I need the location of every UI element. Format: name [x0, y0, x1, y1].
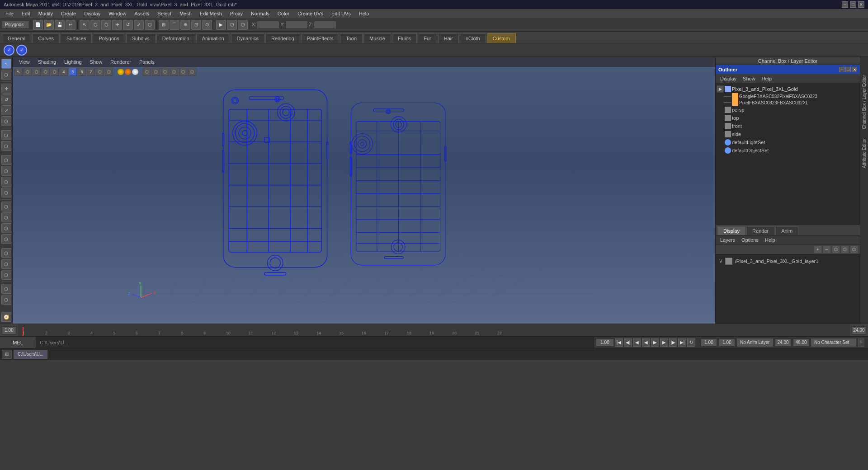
attribute-editor-edge-tab[interactable]: Attribute Editor: [862, 138, 867, 168]
misc2-btn[interactable]: ⬡: [1, 295, 11, 305]
tab-general[interactable]: General: [2, 33, 31, 43]
rotate-tool-btn[interactable]: ↺: [1, 94, 11, 104]
tab-rendering[interactable]: Rendering: [265, 33, 300, 43]
step-fwd-btn[interactable]: ▶: [660, 338, 668, 347]
vp-disp1-btn[interactable]: ⬡: [51, 68, 59, 76]
new-scene-btn[interactable]: 📄: [33, 20, 43, 30]
tab-hair[interactable]: Hair: [438, 33, 459, 43]
anim-frame-input[interactable]: [719, 338, 735, 347]
menu-modify[interactable]: Modify: [35, 10, 57, 17]
snap-live-btn[interactable]: ⊙: [202, 20, 212, 30]
range-end-input[interactable]: [852, 326, 866, 334]
show-hide-btn[interactable]: ⬡: [1, 166, 11, 176]
viewport-menu-shading[interactable]: Shading: [34, 58, 60, 66]
disp-render-btn[interactable]: ⬡: [238, 20, 248, 30]
smooth-btn[interactable]: ⬡: [1, 234, 11, 244]
vp-light2-btn[interactable]: [125, 69, 131, 75]
x-input[interactable]: [257, 21, 279, 29]
uvmap-btn[interactable]: ⬡: [1, 223, 11, 233]
menu-edit-uvs[interactable]: Edit UVs: [328, 10, 354, 17]
vertex-btn[interactable]: ⬡: [1, 248, 11, 258]
tab-curves[interactable]: Curves: [32, 33, 60, 43]
tab-subdivs[interactable]: Subdivs: [126, 33, 156, 43]
menu-edit[interactable]: Edit: [18, 10, 34, 17]
blue-circle-2[interactable]: ✓: [16, 45, 27, 56]
play-fwd-btn[interactable]: ▶: [651, 338, 659, 347]
outliner-row-2[interactable]: GoogleFBXASC032PixelFBXASC0323: [716, 93, 860, 99]
snap-grid-btn[interactable]: ⊞: [159, 20, 169, 30]
tab-surfaces[interactable]: Surfaces: [61, 33, 92, 43]
anim-alt-input[interactable]: [793, 338, 809, 347]
close-button[interactable]: ✕: [858, 1, 864, 8]
menu-display[interactable]: Display: [80, 10, 104, 17]
menu-create-uvs[interactable]: Create UVs: [294, 10, 327, 17]
vp-light1-btn[interactable]: [118, 69, 124, 75]
vp-xray-btn[interactable]: ⬡: [188, 68, 196, 76]
paint-tool-btn[interactable]: ⬡: [1, 70, 11, 80]
maximize-button[interactable]: □: [850, 1, 856, 8]
outliner-row-persp[interactable]: persp: [716, 106, 860, 114]
tab-polygons[interactable]: Polygons: [93, 33, 125, 43]
menu-color[interactable]: Color: [274, 10, 293, 17]
crease-btn[interactable]: ⬡: [1, 202, 11, 212]
next-key-btn[interactable]: |▶: [669, 338, 677, 347]
vp-light-btn[interactable]: ⬡: [96, 68, 104, 76]
snap-curve-btn[interactable]: ⌒: [170, 20, 179, 30]
menu-normals[interactable]: Normals: [247, 10, 273, 17]
menu-file[interactable]: File: [2, 10, 17, 17]
outliner-row-3[interactable]: PixelFBXASC0323FBXASC032XL: [716, 99, 860, 106]
play-back-btn[interactable]: ◀: [642, 338, 650, 347]
open-btn[interactable]: 📂: [44, 20, 54, 30]
script-input-area[interactable]: C:\Users\U...: [36, 337, 594, 348]
layer-menu-layers[interactable]: Layers: [717, 236, 738, 244]
vp-light3-btn[interactable]: [132, 69, 138, 75]
start-btn[interactable]: ⊞: [2, 350, 12, 359]
uvset-btn[interactable]: ⬡: [1, 212, 11, 222]
expand-1-btn[interactable]: ▶: [717, 85, 724, 93]
outliner-row-lightset[interactable]: defaultLightSet: [716, 138, 860, 146]
universal-tool-btn[interactable]: ⬡: [1, 116, 11, 126]
rotate-btn[interactable]: ↺: [123, 20, 133, 30]
undo-btn[interactable]: ↩: [66, 20, 75, 30]
render-btn[interactable]: ▶: [216, 20, 226, 30]
attr-btn[interactable]: ⬡: [1, 188, 11, 197]
viewport-menu-view[interactable]: View: [15, 58, 33, 66]
current-frame-input[interactable]: [596, 338, 614, 347]
loop-btn[interactable]: ↻: [687, 338, 695, 347]
outliner-row-front[interactable]: front: [716, 122, 860, 130]
layer-editor-btn[interactable]: ⬡: [1, 155, 11, 165]
tab-ncloth[interactable]: nCloth: [460, 33, 486, 43]
prev-key-btn[interactable]: ◀|: [624, 338, 632, 347]
menu-select[interactable]: Select: [154, 10, 175, 17]
render-proxy-btn[interactable]: ⬡: [1, 177, 11, 187]
move-tool-btn[interactable]: ✛: [1, 84, 11, 94]
viewport-menu-lighting[interactable]: Lighting: [61, 58, 85, 66]
vp-shadow-btn[interactable]: ⬡: [105, 68, 113, 76]
outliner-row-top[interactable]: top: [716, 114, 860, 122]
select-tool-btn[interactable]: ↖: [1, 59, 11, 69]
goto-end-btn[interactable]: ▶|: [678, 338, 686, 347]
save-btn[interactable]: 💾: [55, 20, 65, 30]
face-btn[interactable]: ⬡: [1, 270, 11, 280]
transform-btn[interactable]: ⬡: [145, 20, 155, 30]
paint-btn[interactable]: ⬡: [101, 20, 111, 30]
move-btn[interactable]: ✛: [112, 20, 122, 30]
vp-iso-btn[interactable]: ⬡: [143, 68, 151, 76]
menu-assets[interactable]: Assets: [131, 10, 153, 17]
mode-selector[interactable]: Polygons: [2, 21, 29, 28]
y-input[interactable]: [285, 21, 308, 29]
layer-menu-options[interactable]: Options: [739, 236, 761, 244]
maya-taskbar-btn[interactable]: C:\Users\U...: [14, 350, 47, 359]
tab-painteffects[interactable]: PaintEffects: [301, 33, 340, 43]
soft-select-btn[interactable]: ⬡: [1, 130, 11, 140]
marquee-btn[interactable]: ⬡: [1, 141, 11, 151]
outliner-menu-display[interactable]: Display: [717, 75, 739, 82]
tab-fluids[interactable]: Fluids: [392, 33, 417, 43]
menu-create[interactable]: Create: [57, 10, 80, 17]
vp-select-btn[interactable]: ↖: [14, 68, 23, 76]
layer-opt1-btn[interactable]: ⬡: [832, 245, 840, 254]
misc1-btn[interactable]: ⬡: [1, 284, 11, 294]
tab-muscle[interactable]: Muscle: [363, 33, 391, 43]
tab-dynamics[interactable]: Dynamics: [231, 33, 264, 43]
vp-disp2-btn[interactable]: 4: [60, 68, 68, 76]
